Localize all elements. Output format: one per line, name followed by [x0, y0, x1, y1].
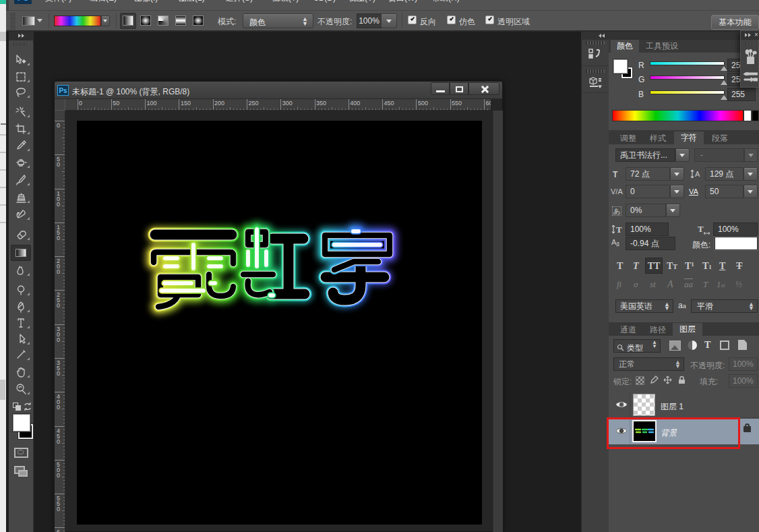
svg-text:A: A — [695, 170, 700, 178]
svg-text:T: T — [698, 224, 704, 234]
svg-text:T: T — [616, 225, 622, 235]
